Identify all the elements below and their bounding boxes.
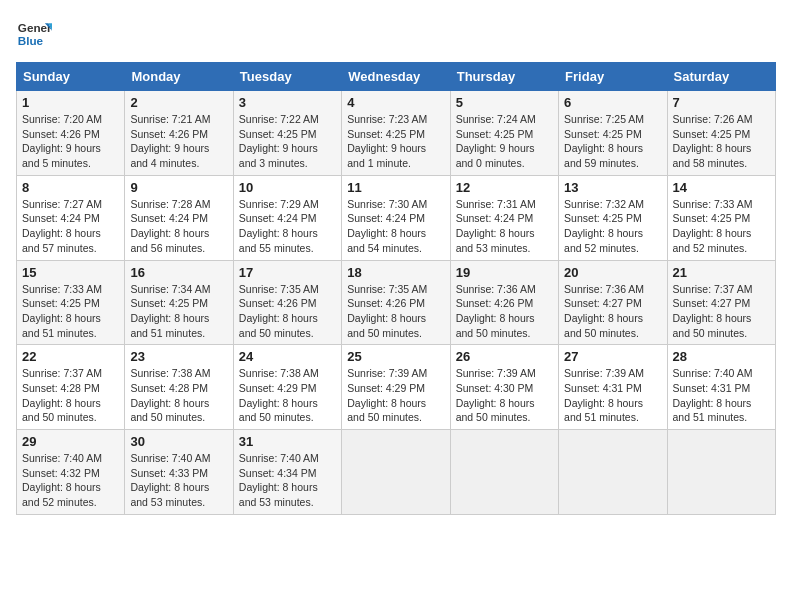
day-number: 6: [564, 95, 661, 110]
day-info: Sunrise: 7:24 AMSunset: 4:25 PMDaylight:…: [456, 112, 553, 171]
calendar-cell: 29Sunrise: 7:40 AMSunset: 4:32 PMDayligh…: [17, 430, 125, 515]
day-info: Sunrise: 7:23 AMSunset: 4:25 PMDaylight:…: [347, 112, 444, 171]
day-info: Sunrise: 7:26 AMSunset: 4:25 PMDaylight:…: [673, 112, 770, 171]
calendar-cell: [667, 430, 775, 515]
day-info: Sunrise: 7:36 AMSunset: 4:26 PMDaylight:…: [456, 282, 553, 341]
page-header: General Blue: [16, 16, 776, 52]
day-number: 12: [456, 180, 553, 195]
day-number: 7: [673, 95, 770, 110]
column-header-tuesday: Tuesday: [233, 63, 341, 91]
calendar-header-row: SundayMondayTuesdayWednesdayThursdayFrid…: [17, 63, 776, 91]
day-info: Sunrise: 7:34 AMSunset: 4:25 PMDaylight:…: [130, 282, 227, 341]
day-number: 23: [130, 349, 227, 364]
day-info: Sunrise: 7:30 AMSunset: 4:24 PMDaylight:…: [347, 197, 444, 256]
column-header-thursday: Thursday: [450, 63, 558, 91]
calendar-cell: 13Sunrise: 7:32 AMSunset: 4:25 PMDayligh…: [559, 175, 667, 260]
calendar-cell: 30Sunrise: 7:40 AMSunset: 4:33 PMDayligh…: [125, 430, 233, 515]
day-number: 13: [564, 180, 661, 195]
day-number: 9: [130, 180, 227, 195]
day-info: Sunrise: 7:22 AMSunset: 4:25 PMDaylight:…: [239, 112, 336, 171]
calendar-table: SundayMondayTuesdayWednesdayThursdayFrid…: [16, 62, 776, 515]
day-number: 5: [456, 95, 553, 110]
day-info: Sunrise: 7:40 AMSunset: 4:34 PMDaylight:…: [239, 451, 336, 510]
svg-text:General: General: [18, 21, 52, 34]
calendar-cell: 12Sunrise: 7:31 AMSunset: 4:24 PMDayligh…: [450, 175, 558, 260]
day-number: 29: [22, 434, 119, 449]
day-number: 2: [130, 95, 227, 110]
calendar-cell: 2Sunrise: 7:21 AMSunset: 4:26 PMDaylight…: [125, 91, 233, 176]
day-info: Sunrise: 7:32 AMSunset: 4:25 PMDaylight:…: [564, 197, 661, 256]
day-number: 28: [673, 349, 770, 364]
day-info: Sunrise: 7:38 AMSunset: 4:29 PMDaylight:…: [239, 366, 336, 425]
calendar-cell: 5Sunrise: 7:24 AMSunset: 4:25 PMDaylight…: [450, 91, 558, 176]
day-number: 20: [564, 265, 661, 280]
calendar-cell: 15Sunrise: 7:33 AMSunset: 4:25 PMDayligh…: [17, 260, 125, 345]
calendar-cell: 17Sunrise: 7:35 AMSunset: 4:26 PMDayligh…: [233, 260, 341, 345]
day-info: Sunrise: 7:40 AMSunset: 4:33 PMDaylight:…: [130, 451, 227, 510]
calendar-cell: 31Sunrise: 7:40 AMSunset: 4:34 PMDayligh…: [233, 430, 341, 515]
calendar-cell: 10Sunrise: 7:29 AMSunset: 4:24 PMDayligh…: [233, 175, 341, 260]
calendar-cell: 23Sunrise: 7:38 AMSunset: 4:28 PMDayligh…: [125, 345, 233, 430]
calendar-cell: [342, 430, 450, 515]
day-info: Sunrise: 7:20 AMSunset: 4:26 PMDaylight:…: [22, 112, 119, 171]
calendar-cell: 16Sunrise: 7:34 AMSunset: 4:25 PMDayligh…: [125, 260, 233, 345]
calendar-cell: 11Sunrise: 7:30 AMSunset: 4:24 PMDayligh…: [342, 175, 450, 260]
calendar-cell: [450, 430, 558, 515]
column-header-wednesday: Wednesday: [342, 63, 450, 91]
logo: General Blue: [16, 16, 52, 52]
calendar-week-row: 29Sunrise: 7:40 AMSunset: 4:32 PMDayligh…: [17, 430, 776, 515]
day-info: Sunrise: 7:31 AMSunset: 4:24 PMDaylight:…: [456, 197, 553, 256]
day-info: Sunrise: 7:28 AMSunset: 4:24 PMDaylight:…: [130, 197, 227, 256]
day-info: Sunrise: 7:37 AMSunset: 4:28 PMDaylight:…: [22, 366, 119, 425]
column-header-monday: Monday: [125, 63, 233, 91]
day-number: 14: [673, 180, 770, 195]
day-number: 27: [564, 349, 661, 364]
calendar-cell: [559, 430, 667, 515]
day-number: 25: [347, 349, 444, 364]
day-info: Sunrise: 7:39 AMSunset: 4:29 PMDaylight:…: [347, 366, 444, 425]
day-number: 15: [22, 265, 119, 280]
day-number: 21: [673, 265, 770, 280]
calendar-cell: 9Sunrise: 7:28 AMSunset: 4:24 PMDaylight…: [125, 175, 233, 260]
day-number: 11: [347, 180, 444, 195]
day-number: 4: [347, 95, 444, 110]
calendar-cell: 26Sunrise: 7:39 AMSunset: 4:30 PMDayligh…: [450, 345, 558, 430]
day-info: Sunrise: 7:29 AMSunset: 4:24 PMDaylight:…: [239, 197, 336, 256]
day-info: Sunrise: 7:35 AMSunset: 4:26 PMDaylight:…: [347, 282, 444, 341]
day-info: Sunrise: 7:36 AMSunset: 4:27 PMDaylight:…: [564, 282, 661, 341]
day-info: Sunrise: 7:33 AMSunset: 4:25 PMDaylight:…: [22, 282, 119, 341]
calendar-cell: 27Sunrise: 7:39 AMSunset: 4:31 PMDayligh…: [559, 345, 667, 430]
day-info: Sunrise: 7:39 AMSunset: 4:31 PMDaylight:…: [564, 366, 661, 425]
day-info: Sunrise: 7:35 AMSunset: 4:26 PMDaylight:…: [239, 282, 336, 341]
day-number: 8: [22, 180, 119, 195]
calendar-cell: 20Sunrise: 7:36 AMSunset: 4:27 PMDayligh…: [559, 260, 667, 345]
day-info: Sunrise: 7:27 AMSunset: 4:24 PMDaylight:…: [22, 197, 119, 256]
day-info: Sunrise: 7:21 AMSunset: 4:26 PMDaylight:…: [130, 112, 227, 171]
calendar-week-row: 8Sunrise: 7:27 AMSunset: 4:24 PMDaylight…: [17, 175, 776, 260]
column-header-saturday: Saturday: [667, 63, 775, 91]
day-info: Sunrise: 7:40 AMSunset: 4:32 PMDaylight:…: [22, 451, 119, 510]
day-number: 22: [22, 349, 119, 364]
calendar-cell: 3Sunrise: 7:22 AMSunset: 4:25 PMDaylight…: [233, 91, 341, 176]
day-info: Sunrise: 7:39 AMSunset: 4:30 PMDaylight:…: [456, 366, 553, 425]
calendar-cell: 19Sunrise: 7:36 AMSunset: 4:26 PMDayligh…: [450, 260, 558, 345]
day-number: 1: [22, 95, 119, 110]
calendar-cell: 22Sunrise: 7:37 AMSunset: 4:28 PMDayligh…: [17, 345, 125, 430]
calendar-week-row: 15Sunrise: 7:33 AMSunset: 4:25 PMDayligh…: [17, 260, 776, 345]
day-number: 16: [130, 265, 227, 280]
day-number: 31: [239, 434, 336, 449]
calendar-cell: 6Sunrise: 7:25 AMSunset: 4:25 PMDaylight…: [559, 91, 667, 176]
calendar-cell: 25Sunrise: 7:39 AMSunset: 4:29 PMDayligh…: [342, 345, 450, 430]
calendar-cell: 18Sunrise: 7:35 AMSunset: 4:26 PMDayligh…: [342, 260, 450, 345]
calendar-week-row: 1Sunrise: 7:20 AMSunset: 4:26 PMDaylight…: [17, 91, 776, 176]
calendar-week-row: 22Sunrise: 7:37 AMSunset: 4:28 PMDayligh…: [17, 345, 776, 430]
calendar-cell: 1Sunrise: 7:20 AMSunset: 4:26 PMDaylight…: [17, 91, 125, 176]
day-info: Sunrise: 7:33 AMSunset: 4:25 PMDaylight:…: [673, 197, 770, 256]
calendar-cell: 8Sunrise: 7:27 AMSunset: 4:24 PMDaylight…: [17, 175, 125, 260]
logo-icon: General Blue: [16, 16, 52, 52]
day-info: Sunrise: 7:37 AMSunset: 4:27 PMDaylight:…: [673, 282, 770, 341]
day-info: Sunrise: 7:38 AMSunset: 4:28 PMDaylight:…: [130, 366, 227, 425]
column-header-sunday: Sunday: [17, 63, 125, 91]
day-number: 19: [456, 265, 553, 280]
calendar-cell: 7Sunrise: 7:26 AMSunset: 4:25 PMDaylight…: [667, 91, 775, 176]
